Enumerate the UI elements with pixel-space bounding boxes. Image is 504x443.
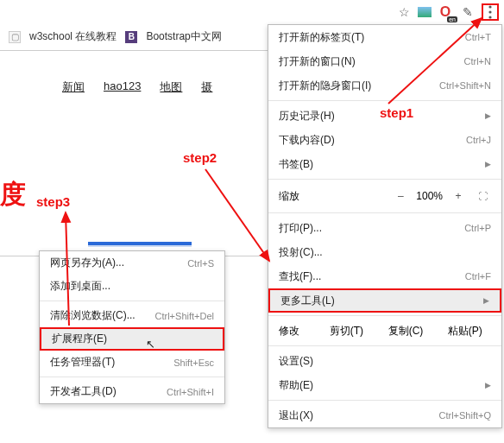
nav-hao123[interactable]: hao123 — [104, 79, 141, 95]
menu-shortcut: Shift+Esc — [173, 358, 214, 368]
nav-news[interactable]: 新闻 — [62, 79, 85, 95]
menu-label: 任务管理器(T) — [50, 355, 115, 370]
svg-point-0 — [488, 5, 491, 8]
menu-shortcut: Ctrl+T — [465, 32, 491, 42]
menu-shortcut: Ctrl+Shift+Del — [155, 311, 214, 321]
menu-label: 网页另存为(A)... — [50, 256, 124, 270]
menu-label: 添加到桌面... — [50, 279, 110, 294]
zoom-out-button[interactable]: – — [392, 190, 409, 202]
menu-shortcut: Ctrl+J — [466, 135, 491, 145]
menu-shortcut: Ctrl+Shift+Q — [438, 410, 491, 421]
menu-label: 打开新的标签页(T) — [279, 30, 364, 45]
bookmark-bootstrap[interactable]: Bootstrap中文网 — [146, 29, 221, 44]
menu-shortcut: Ctrl+S — [187, 258, 214, 269]
menu-label: 开发者工具(D) — [50, 384, 117, 399]
menu-cast[interactable]: 投射(C)... — [268, 240, 501, 264]
menu-label: 更多工具(L) — [280, 294, 335, 308]
annotation-step2: step2 — [183, 150, 217, 165]
menu-exit[interactable]: 退出(X) Ctrl+Shift+Q — [268, 403, 501, 427]
edit-copy[interactable]: 复制(C) — [380, 324, 432, 339]
submenu-clear-data[interactable]: 清除浏览数据(C)... Ctrl+Shift+Del — [40, 304, 224, 327]
annotation-step1: step1 — [380, 105, 413, 120]
svg-point-2 — [488, 16, 491, 18]
kebab-menu-icon[interactable] — [482, 3, 499, 21]
submenu-devtools[interactable]: 开发者工具(D) Ctrl+Shift+I — [40, 380, 224, 403]
menu-label: 打开新的窗口(N) — [279, 54, 356, 69]
chevron-right-icon: ▶ — [485, 381, 491, 389]
bookmarks-bar: ▢ w3school 在线教程 B Bootstrap中文网 — [9, 29, 222, 44]
menu-label: 打开新的隐身窗口(I) — [279, 79, 371, 93]
nav-more[interactable]: 摄 — [201, 79, 212, 95]
bookmark-w3school[interactable]: w3school 在线教程 — [29, 29, 117, 44]
menu-label: 投射(C)... — [279, 245, 323, 260]
menu-new-window[interactable]: 打开新的窗口(N) Ctrl+N — [268, 49, 501, 73]
edit-icon[interactable]: ✎ — [459, 3, 476, 21]
menu-settings[interactable]: 设置(S) — [268, 349, 501, 373]
opera-icon[interactable]: O en — [437, 3, 454, 21]
menu-bookmarks[interactable]: 书签(B) ▶ — [268, 152, 501, 176]
page-nav-links: 新闻 hao123 地图 摄 — [62, 79, 212, 95]
svg-line-4 — [205, 169, 269, 261]
menu-label: 退出(X) — [279, 408, 313, 423]
menu-downloads[interactable]: 下载内容(D) Ctrl+J — [268, 128, 501, 152]
zoom-in-button[interactable]: + — [450, 190, 467, 202]
cursor-icon: ↖ — [146, 338, 155, 351]
menu-print[interactable]: 打印(P)... Ctrl+P — [268, 216, 501, 240]
more-tools-submenu: 网页另存为(A)... Ctrl+S 添加到桌面... 清除浏览数据(C)...… — [39, 250, 225, 404]
page-content-char: 度 — [0, 177, 26, 212]
chevron-right-icon: ▶ — [485, 160, 491, 168]
picture-icon[interactable] — [418, 7, 432, 17]
menu-label: 下载内容(D) — [279, 133, 335, 148]
submenu-taskmgr[interactable]: 任务管理器(T) Shift+Esc — [40, 351, 224, 374]
main-menu: 打开新的标签页(T) Ctrl+T 打开新的窗口(N) Ctrl+N 打开新的隐… — [268, 24, 502, 428]
bootstrap-favicon: B — [125, 31, 137, 43]
chevron-right-icon: ▶ — [485, 111, 491, 120]
menu-shortcut: Ctrl+Shift+N — [439, 80, 491, 91]
progress-bar — [88, 242, 192, 247]
menu-shortcut: Ctrl+N — [464, 56, 491, 66]
menu-help[interactable]: 帮助(E) ▶ — [268, 373, 501, 397]
annotation-step3: step3 — [36, 194, 70, 209]
menu-label: 查找(F)... — [279, 269, 321, 284]
menu-new-tab[interactable]: 打开新的标签页(T) Ctrl+T — [268, 25, 501, 49]
menu-label: 打印(P)... — [279, 221, 322, 236]
edit-cut[interactable]: 剪切(T) — [320, 324, 373, 339]
submenu-add-desktop[interactable]: 添加到桌面... — [40, 275, 224, 298]
menu-label: 设置(S) — [279, 354, 313, 369]
w3school-favicon: ▢ — [9, 31, 21, 43]
menu-label: 清除浏览数据(C)... — [50, 308, 135, 323]
svg-point-1 — [488, 10, 491, 13]
menu-more-tools[interactable]: 更多工具(L) ▶ — [268, 288, 501, 313]
menu-shortcut: Ctrl+Shift+I — [167, 387, 214, 397]
browser-toolbar: ☆ O en ✎ — [390, 0, 504, 24]
zoom-label: 缩放 — [279, 189, 385, 204]
menu-label: 历史记录(H) — [279, 109, 335, 123]
menu-shortcut: Ctrl+P — [464, 223, 491, 233]
star-icon[interactable]: ☆ — [395, 3, 413, 21]
menu-find[interactable]: 查找(F)... Ctrl+F — [268, 264, 501, 288]
menu-edit-row: 修改 剪切(T) 复制(C) 粘贴(P) — [268, 319, 501, 343]
submenu-extensions[interactable]: 扩展程序(E) ↖ — [40, 327, 224, 351]
edit-paste[interactable]: 粘贴(P) — [438, 324, 491, 339]
submenu-save-as[interactable]: 网页另存为(A)... Ctrl+S — [40, 251, 224, 275]
menu-label: 书签(B) — [279, 157, 313, 172]
fullscreen-icon[interactable]: ⛶ — [474, 191, 491, 201]
edit-label: 修改 — [279, 324, 313, 339]
menu-incognito[interactable]: 打开新的隐身窗口(I) Ctrl+Shift+N — [268, 73, 501, 98]
menu-shortcut: Ctrl+F — [465, 271, 491, 282]
menu-zoom: 缩放 – 100% + ⛶ — [268, 182, 501, 210]
chevron-right-icon: ▶ — [483, 296, 489, 305]
nav-map[interactable]: 地图 — [160, 79, 182, 95]
menu-label: 扩展程序(E) — [52, 332, 107, 346]
zoom-value: 100% — [416, 190, 443, 202]
menu-label: 帮助(E) — [279, 378, 313, 393]
